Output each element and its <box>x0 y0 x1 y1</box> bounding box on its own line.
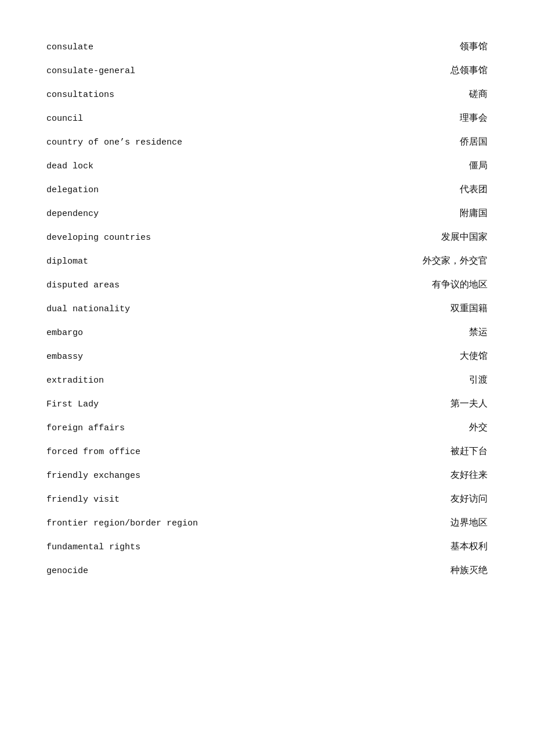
glossary-row: genocide种族灭绝 <box>46 559 488 582</box>
glossary-row: dual nationality双重国籍 <box>46 297 488 321</box>
translation-0: 领事馆 <box>460 41 488 53</box>
glossary-row: country of one’s residence侨居国 <box>46 130 488 154</box>
term-10: disputed areas <box>46 280 267 290</box>
translation-18: 友好往来 <box>450 469 488 481</box>
glossary-row: extradition引渡 <box>46 368 488 392</box>
translation-10: 有争议的地区 <box>432 279 488 291</box>
glossary-row: fundamental rights基本权利 <box>46 535 488 559</box>
glossary-row: developing countries发展中国家 <box>46 225 488 249</box>
translation-11: 双重国籍 <box>450 303 488 315</box>
term-0: consulate <box>46 42 267 52</box>
glossary-row: consultations磋商 <box>46 82 488 106</box>
glossary-row: delegation代表团 <box>46 178 488 201</box>
translation-16: 外交 <box>469 422 488 434</box>
glossary-row: diplomat外交家，外交官 <box>46 249 488 273</box>
translation-7: 附庸国 <box>460 207 488 219</box>
translation-20: 边界地区 <box>450 517 488 529</box>
glossary-row: dead lock僵局 <box>46 154 488 178</box>
translation-6: 代表团 <box>460 183 488 196</box>
term-1: consulate-general <box>46 66 267 76</box>
translation-22: 种族灭绝 <box>450 564 488 577</box>
glossary-container: consulate领事馆consulate-general总领事馆consult… <box>46 35 488 582</box>
term-16: foreign affairs <box>46 423 267 433</box>
glossary-row: friendly visit友好访问 <box>46 487 488 511</box>
translation-5: 僵局 <box>469 160 488 172</box>
glossary-row: embassy大使馆 <box>46 344 488 368</box>
term-12: embargo <box>46 328 267 338</box>
term-18: friendly exchanges <box>46 471 267 481</box>
term-4: country of one’s residence <box>46 138 267 147</box>
term-15: First Lady <box>46 399 267 409</box>
translation-19: 友好访问 <box>450 493 488 505</box>
term-11: dual nationality <box>46 304 267 314</box>
glossary-row: First Lady第一夫人 <box>46 392 488 416</box>
glossary-row: frontier region/border region边界地区 <box>46 511 488 535</box>
glossary-row: forced from office被赶下台 <box>46 440 488 463</box>
glossary-row: embargo禁运 <box>46 321 488 344</box>
glossary-row: consulate领事馆 <box>46 35 488 59</box>
term-13: embassy <box>46 352 267 362</box>
translation-1: 总领事馆 <box>450 64 488 77</box>
term-14: extradition <box>46 376 267 386</box>
translation-15: 第一夫人 <box>450 398 488 410</box>
translation-12: 禁运 <box>469 326 488 339</box>
glossary-row: foreign affairs外交 <box>46 416 488 440</box>
glossary-row: friendly exchanges友好往来 <box>46 463 488 487</box>
term-3: council <box>46 114 267 124</box>
term-22: genocide <box>46 566 267 576</box>
term-17: forced from office <box>46 447 267 457</box>
translation-2: 磋商 <box>469 88 488 100</box>
glossary-row: disputed areas有争议的地区 <box>46 273 488 297</box>
term-6: delegation <box>46 185 267 195</box>
translation-3: 理事会 <box>460 112 488 124</box>
translation-14: 引渡 <box>469 374 488 386</box>
translation-4: 侨居国 <box>460 136 488 148</box>
glossary-row: consulate-general总领事馆 <box>46 59 488 82</box>
term-21: fundamental rights <box>46 542 267 552</box>
translation-13: 大使馆 <box>460 350 488 362</box>
glossary-row: dependency附庸国 <box>46 201 488 225</box>
term-20: frontier region/border region <box>46 519 267 528</box>
term-7: dependency <box>46 209 267 219</box>
term-19: friendly visit <box>46 495 267 505</box>
translation-9: 外交家，外交官 <box>423 255 488 267</box>
term-2: consultations <box>46 90 267 100</box>
term-8: developing countries <box>46 233 267 243</box>
glossary-row: council理事会 <box>46 106 488 130</box>
term-5: dead lock <box>46 161 267 171</box>
translation-8: 发展中国家 <box>441 231 488 243</box>
term-9: diplomat <box>46 257 267 267</box>
translation-17: 被赶下台 <box>450 445 488 458</box>
translation-21: 基本权利 <box>450 541 488 553</box>
